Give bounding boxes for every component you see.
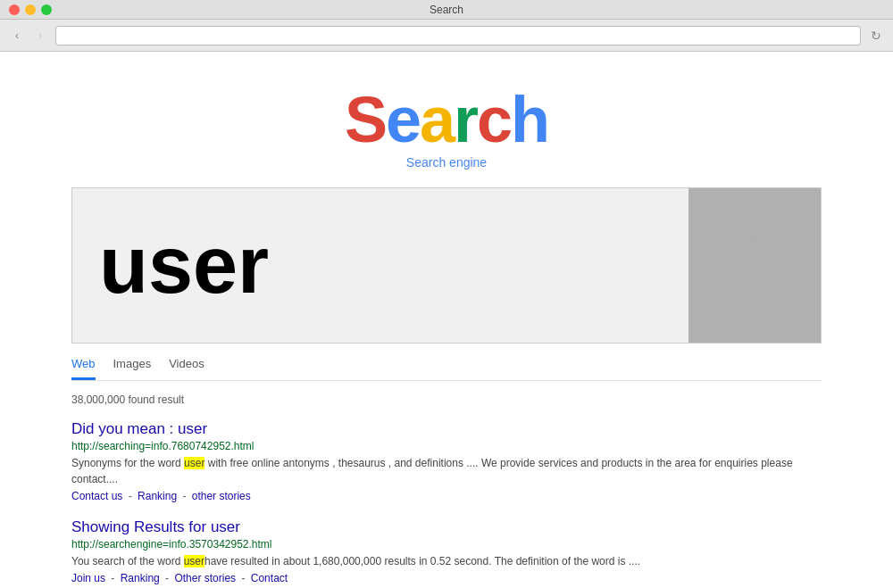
result-count: 38,000,000 found result bbox=[71, 393, 822, 406]
close-button[interactable] bbox=[9, 4, 20, 15]
browser-toolbar: ‹ › ↻ bbox=[0, 20, 893, 52]
result-link[interactable]: Contact us bbox=[71, 490, 122, 502]
result-link[interactable]: Ranking bbox=[138, 490, 177, 502]
search-tabs: Web Images Videos bbox=[71, 344, 822, 381]
logo-letter-c: c bbox=[477, 84, 511, 155]
logo: Search bbox=[0, 87, 893, 152]
back-button[interactable]: ‹ bbox=[9, 28, 25, 44]
search-box-area[interactable]: user bbox=[71, 187, 822, 344]
browser-title: Search bbox=[430, 4, 463, 16]
snippet-text: Synonyms for the word bbox=[71, 457, 184, 469]
logo-letter-e: e bbox=[386, 84, 420, 155]
result-title[interactable]: Did you mean : user bbox=[71, 420, 822, 438]
logo-section: Search Search engine bbox=[0, 52, 893, 187]
result-title[interactable]: Showing Results for user bbox=[71, 518, 822, 536]
search-input-display[interactable]: user bbox=[72, 188, 689, 343]
separator: - bbox=[238, 572, 248, 584]
result-url: http://searching=info.7680742952.html bbox=[71, 440, 822, 452]
separator: - bbox=[163, 572, 172, 584]
snippet-text-2: have resulted in about 1,680,000,000 res… bbox=[204, 555, 640, 567]
result-link[interactable]: Join us bbox=[71, 572, 105, 584]
search-icon bbox=[719, 230, 790, 302]
svg-line-1 bbox=[760, 270, 780, 290]
result-item: Showing Results for user http://searchen… bbox=[71, 518, 822, 584]
tab-images[interactable]: Images bbox=[113, 357, 152, 380]
result-link[interactable]: Contact bbox=[251, 572, 288, 584]
result-links: Contact us - Ranking - other stories bbox=[71, 490, 822, 502]
result-link[interactable]: other stories bbox=[192, 490, 251, 502]
reload-button[interactable]: ↻ bbox=[868, 28, 884, 44]
result-link[interactable]: Ranking bbox=[121, 572, 160, 584]
snippet-text: You search of the word bbox=[71, 555, 184, 567]
logo-letter-r: r bbox=[454, 84, 477, 155]
minimize-button[interactable] bbox=[25, 4, 36, 15]
search-button[interactable] bbox=[689, 188, 821, 343]
result-url: http://searchengine=info.3570342952.html bbox=[71, 538, 822, 551]
result-snippet: You search of the word userhave resulted… bbox=[71, 553, 822, 569]
tab-web[interactable]: Web bbox=[71, 357, 96, 380]
maximize-button[interactable] bbox=[41, 4, 52, 15]
result-links: Join us - Ranking - Other stories - Cont… bbox=[71, 572, 822, 584]
logo-letter-h: h bbox=[511, 84, 548, 155]
tab-videos[interactable]: Videos bbox=[169, 357, 204, 380]
highlight-word: user bbox=[184, 555, 204, 567]
separator: - bbox=[125, 490, 135, 502]
logo-subtitle: Search engine bbox=[0, 155, 893, 170]
separator: - bbox=[108, 572, 118, 584]
separator: - bbox=[179, 490, 189, 502]
titlebar: Search bbox=[0, 0, 893, 20]
page-content: Search Search engine user Web Images Vid… bbox=[0, 52, 893, 588]
results-area: 38,000,000 found result Did you mean : u… bbox=[71, 381, 822, 584]
address-bar[interactable] bbox=[55, 26, 861, 46]
window-controls bbox=[9, 4, 52, 15]
highlight-word: user bbox=[184, 457, 204, 469]
logo-letter-a: a bbox=[420, 84, 454, 155]
forward-button[interactable]: › bbox=[32, 28, 48, 44]
result-snippet: Synonyms for the word user with free onl… bbox=[71, 455, 822, 487]
result-link[interactable]: Other stories bbox=[174, 572, 236, 584]
logo-letter-s: S bbox=[345, 84, 386, 155]
result-item: Did you mean : user http://searching=inf… bbox=[71, 420, 822, 502]
search-query: user bbox=[99, 219, 269, 311]
